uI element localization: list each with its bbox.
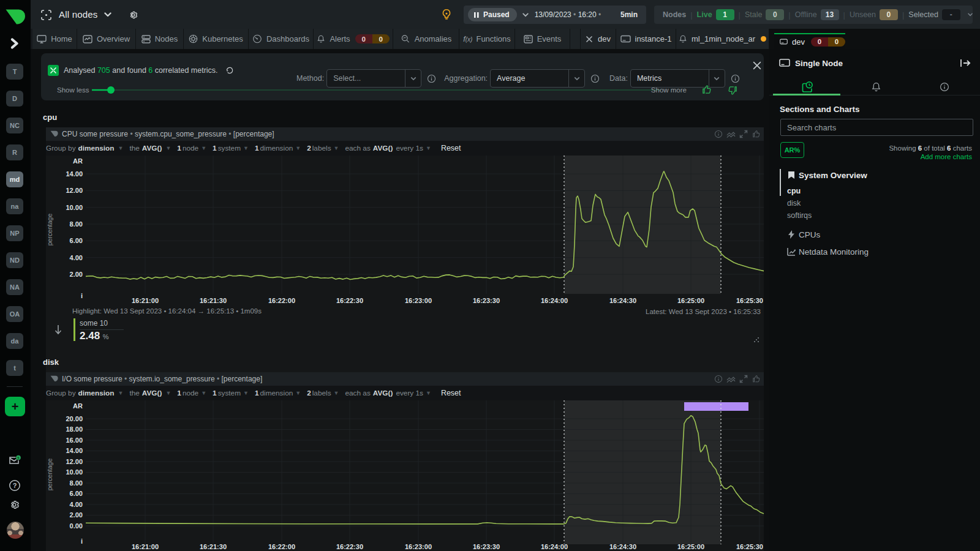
svg-text:6.00: 6.00 — [70, 490, 83, 497]
svg-text:16:22:00: 16:22:00 — [268, 543, 295, 550]
svg-text:percentage: percentage — [46, 214, 53, 246]
svg-text:2.00: 2.00 — [70, 271, 83, 278]
svg-text:16:23:00: 16:23:00 — [405, 297, 432, 304]
svg-text:percentage: percentage — [46, 459, 53, 491]
svg-text:2.00: 2.00 — [70, 511, 83, 519]
svg-text:16:22:30: 16:22:30 — [336, 543, 363, 550]
svg-text:16:23:30: 16:23:30 — [473, 297, 500, 304]
svg-text:12.00: 12.00 — [66, 458, 83, 465]
svg-text:AR: AR — [73, 157, 83, 165]
svg-text:16:25:00: 16:25:00 — [677, 297, 704, 304]
svg-text:16.00: 16.00 — [66, 437, 83, 444]
svg-text:16:23:00: 16:23:00 — [405, 543, 432, 550]
svg-text:16:25:30: 16:25:30 — [736, 543, 763, 550]
svg-text:AR: AR — [73, 402, 83, 410]
svg-text:i: i — [81, 538, 83, 545]
svg-text:16:25:30: 16:25:30 — [736, 297, 763, 304]
svg-text:16:21:30: 16:21:30 — [200, 297, 227, 304]
svg-text:14.00: 14.00 — [66, 447, 83, 454]
svg-text:16:24:30: 16:24:30 — [609, 297, 636, 304]
svg-text:0.00: 0.00 — [70, 522, 83, 530]
svg-text:8.00: 8.00 — [70, 220, 83, 228]
svg-text:16:23:30: 16:23:30 — [473, 543, 500, 550]
svg-text:14.00: 14.00 — [66, 170, 83, 178]
svg-text:20.00: 20.00 — [66, 415, 83, 422]
svg-text:4.00: 4.00 — [70, 501, 83, 508]
svg-text:16:24:30: 16:24:30 — [609, 543, 636, 550]
svg-text:16:24:00: 16:24:00 — [541, 297, 568, 304]
svg-text:4.00: 4.00 — [70, 254, 83, 261]
svg-text:16:21:30: 16:21:30 — [200, 543, 227, 550]
svg-text:16:21:00: 16:21:00 — [132, 297, 159, 304]
svg-text:6.00: 6.00 — [70, 237, 83, 244]
svg-text:16:22:30: 16:22:30 — [336, 297, 363, 304]
svg-text:i: i — [81, 292, 83, 299]
svg-text:10.00: 10.00 — [66, 204, 83, 211]
svg-text:18.00: 18.00 — [66, 425, 83, 433]
svg-text:16:25:00: 16:25:00 — [677, 543, 704, 550]
svg-text:8.00: 8.00 — [70, 479, 83, 487]
svg-text:?: ? — [13, 482, 17, 489]
svg-text:10.00: 10.00 — [66, 468, 83, 476]
svg-text:12.00: 12.00 — [66, 187, 83, 194]
svg-text:16:22:00: 16:22:00 — [268, 297, 295, 304]
svg-text:16:21:00: 16:21:00 — [132, 543, 159, 550]
